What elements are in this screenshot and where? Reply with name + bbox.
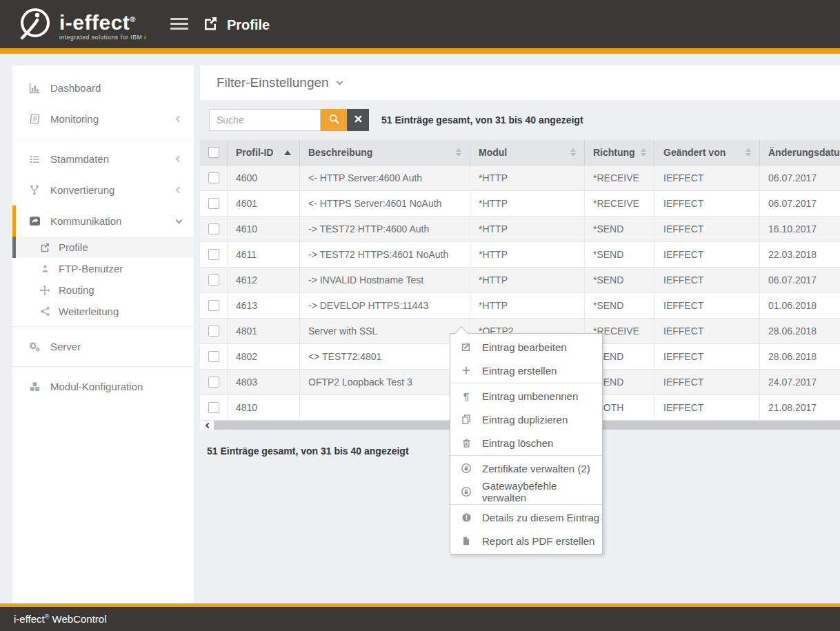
cell-richtung: *RECEIVE <box>585 166 655 190</box>
table-row[interactable]: 4611 -> TEST72 HTTPS:4601 NoAuth *HTTP *… <box>200 242 840 268</box>
search-icon <box>328 113 340 127</box>
table-row[interactable]: 4600 <- HTTP Server:4600 Auth *HTTP *REC… <box>200 166 840 191</box>
column-header-richtung[interactable]: Richtung <box>585 140 655 165</box>
chevron-left-icon <box>177 117 181 121</box>
sidebar-item-ftp-benutzer[interactable]: FTP-Benutzer <box>12 258 194 279</box>
search-button[interactable] <box>321 109 347 131</box>
select-all-checkbox[interactable] <box>208 147 219 158</box>
chevron-down-icon <box>336 79 343 86</box>
cell-aenderungsdatum: 16.10.2017 <box>760 217 840 241</box>
cell-modul: *HTTP <box>470 191 585 216</box>
sidebar-item-routing[interactable]: Routing <box>12 279 194 301</box>
share-square-icon <box>28 215 41 227</box>
row-checkbox[interactable] <box>208 402 219 413</box>
cell-profil-id: 4801 <box>228 319 300 343</box>
row-checkbox[interactable] <box>208 249 219 260</box>
cell-profil-id: 4611 <box>228 242 300 267</box>
sidebar-item-kommunikation[interactable]: Kommunikation <box>12 206 194 237</box>
context-menu-item-duplicate[interactable]: Eintrag duplizieren <box>450 408 602 431</box>
filter-settings-panel: Filter-Einstellungen <box>200 66 840 100</box>
menu-toggle-hamburger-icon[interactable] <box>170 18 188 32</box>
user-icon <box>39 263 51 274</box>
context-menu-item-label: Details zu diesem Eintrag <box>482 512 599 523</box>
table-row[interactable]: 4601 <- HTTPS Server:4601 NoAuth *HTTP *… <box>200 191 840 217</box>
sidebar-item-label: Kommunikation <box>50 215 121 227</box>
column-header-modul[interactable]: Modul <box>470 140 585 165</box>
cell-modul: *HTTP <box>470 242 585 267</box>
row-checkbox[interactable] <box>208 274 219 286</box>
row-checkbox[interactable] <box>208 300 219 311</box>
context-menu-item-create[interactable]: Eintrag erstellen <box>450 359 602 382</box>
sidebar-item-label: Konvertierung <box>50 184 114 196</box>
table-row[interactable]: 4610 -> TEST72 HTTP:4600 Auth *HTTP *SEN… <box>200 217 840 242</box>
table-row[interactable]: 4613 -> DEVELOP HTTPS:11443 *HTTP *SEND … <box>200 293 840 319</box>
cell-beschreibung: <> TEST72:4801 <box>300 344 470 369</box>
cell-profil-id: 4610 <box>228 217 300 241</box>
sidebar-item-weiterleitung[interactable]: Weiterleitung <box>12 301 194 322</box>
context-menu-item-details[interactable]: Details zu diesem Eintrag <box>450 505 602 529</box>
cell-aenderungsdatum: 06.07.2017 <box>760 191 840 216</box>
row-checkbox[interactable] <box>208 172 219 183</box>
sidebar-item-modul-konfiguration[interactable]: Modul-Konfiguration <box>12 371 194 402</box>
filter-settings-title: Filter-Einstellungen <box>217 75 329 90</box>
sidebar-divider <box>12 326 194 327</box>
cell-profil-id: 4613 <box>228 293 300 318</box>
sidebar-item-dashboard[interactable]: Dashboard <box>12 72 194 103</box>
cubes-icon <box>28 381 41 392</box>
cell-modul: *HTTP <box>470 268 585 292</box>
scroll-left-arrow[interactable] <box>200 421 214 430</box>
cell-beschreibung: -> DEVELOP HTTPS:11443 <box>300 293 470 318</box>
table-row[interactable]: 4612 -> INVALID Hostname Test *HTTP *SEN… <box>200 268 840 293</box>
context-menu-item-label: Eintrag duplizieren <box>482 414 568 425</box>
cell-profil-id: 4802 <box>228 344 300 369</box>
gears-icon <box>28 341 41 352</box>
column-header-profil-id[interactable]: Profil-ID <box>228 140 300 165</box>
context-menu-item-gateway-commands[interactable]: Gatewaybefehle verwalten <box>450 480 602 503</box>
row-checkbox[interactable] <box>208 198 219 209</box>
context-menu-item-pdf-report[interactable]: Report als PDF erstellen <box>450 529 602 552</box>
sidebar-item-stammdaten[interactable]: Stammdaten <box>12 143 194 174</box>
sidebar-item-server[interactable]: Server <box>12 331 194 362</box>
context-menu-item-label: Report als PDF erstellen <box>482 535 594 547</box>
clear-search-button[interactable] <box>347 109 369 131</box>
cell-modul: *HTTP <box>470 217 585 241</box>
context-menu-item-edit[interactable]: Eintrag bearbeiten <box>450 335 602 359</box>
context-menu-item-label: Eintrag umbenennen <box>482 390 578 402</box>
row-checkbox[interactable] <box>208 377 219 388</box>
row-checkbox[interactable] <box>208 351 219 362</box>
logo-wordmark: i-effect® <box>59 9 146 33</box>
cell-geaendert-von: IEFFECT <box>655 293 760 318</box>
logo-tagline: integrated solutions for IBM i <box>59 34 146 41</box>
search-input[interactable] <box>209 109 321 131</box>
pilcrow-icon: ¶ <box>461 390 472 402</box>
cell-geaendert-von: IEFFECT <box>655 191 760 216</box>
sidebar-item-monitoring[interactable]: Monitoring <box>12 103 194 134</box>
accent-bar <box>0 48 840 54</box>
context-menu-item-label: Eintrag löschen <box>482 437 553 449</box>
close-icon <box>354 114 363 126</box>
context-menu-item-label: Zertifikate verwalten (2) <box>482 463 590 474</box>
logo-swirl-icon <box>18 6 52 43</box>
row-checkbox[interactable] <box>208 223 219 234</box>
context-menu-item-delete[interactable]: Eintrag löschen <box>450 431 602 454</box>
cell-profil-id: 4600 <box>228 166 300 190</box>
sidebar-item-label: Routing <box>59 284 94 296</box>
cell-beschreibung: -> TEST72 HTTP:4600 Auth <box>300 217 470 241</box>
cell-profil-id: 4803 <box>228 370 300 394</box>
column-header-geaendert-von[interactable]: Geändert von <box>655 140 760 165</box>
column-header-aenderungsdatum[interactable]: Änderungsdatum <box>760 140 840 165</box>
cell-aenderungsdatum: 06.07.2017 <box>760 166 840 190</box>
filter-settings-toggle[interactable]: Filter-Einstellungen <box>217 75 342 90</box>
cell-richtung: *RECEIVE <box>585 191 655 216</box>
column-header-beschreibung[interactable]: Beschreibung <box>300 140 470 165</box>
row-checkbox[interactable] <box>208 325 219 337</box>
context-menu-separator <box>450 455 602 456</box>
context-menu-item-certificates[interactable]: Zertifikate verwalten (2) <box>450 457 602 480</box>
context-menu-item-rename[interactable]: ¶ Eintrag umbenennen <box>450 384 602 408</box>
sidebar-item-profile[interactable]: Profile <box>12 237 194 258</box>
cell-beschreibung: <- HTTPS Server:4601 NoAuth <box>300 191 470 216</box>
sidebar-item-konvertierung[interactable]: Konvertierung <box>12 174 194 206</box>
context-menu: Eintrag bearbeiten Eintrag erstellen ¶ E… <box>450 333 603 554</box>
cell-profil-id: 4612 <box>228 268 300 292</box>
app-logo[interactable]: i-effect® integrated solutions for IBM i <box>18 6 146 43</box>
